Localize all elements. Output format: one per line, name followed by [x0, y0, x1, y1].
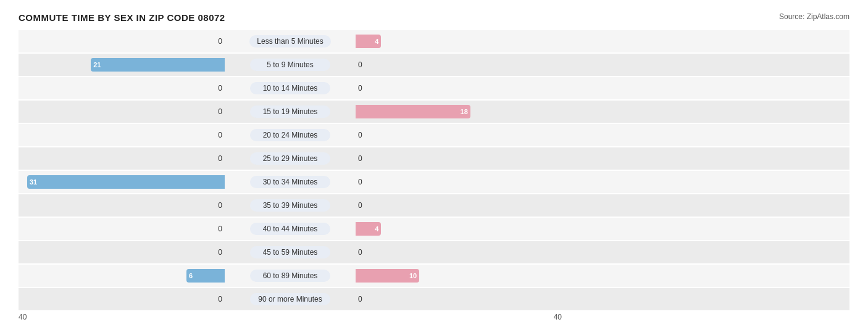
right-section: 0 [352, 295, 562, 303]
female-value-label: 0 [358, 248, 362, 257]
male-bar-container: 0 [19, 84, 225, 93]
female-bar: 18 [356, 105, 470, 118]
bar-row: 035 to 39 Minutes0 [19, 194, 849, 217]
female-bar-container: 4 [356, 35, 562, 48]
male-bar-container: 0 [19, 295, 225, 303]
male-bar: 6 [186, 269, 225, 283]
female-value-label: 0 [358, 84, 362, 93]
female-bar-container: 0 [356, 178, 562, 186]
bar-label: 30 to 34 Minutes [250, 176, 330, 188]
left-section: 0 [19, 131, 228, 139]
left-section: 31 [19, 175, 228, 189]
left-section: 0 [19, 201, 228, 210]
female-value-label: 0 [358, 154, 362, 163]
axis-row: 40 40 [19, 313, 849, 321]
male-bar-container: 0 [19, 201, 225, 210]
male-bar-value: 21 [93, 61, 101, 68]
bar-label: 5 to 9 Minutes [250, 59, 330, 71]
bar-row: 025 to 29 Minutes0 [19, 147, 849, 170]
bar-label: 10 to 14 Minutes [250, 82, 330, 94]
female-bar-value: 10 [409, 272, 417, 279]
axis-left: 40 [19, 313, 228, 321]
left-section: 0 [19, 295, 228, 303]
bar-row: 045 to 59 Minutes0 [19, 241, 849, 263]
label-section: Less than 5 Minutes [228, 35, 352, 47]
male-bar: 21 [91, 58, 225, 72]
bar-label: 25 to 29 Minutes [250, 152, 330, 165]
male-bar-container: 0 [19, 248, 225, 257]
label-section: 25 to 29 Minutes [228, 152, 352, 165]
female-bar-container: 18 [356, 105, 562, 118]
male-value-label: 0 [218, 225, 222, 233]
label-section: 20 to 24 Minutes [228, 129, 352, 141]
male-value-label: 0 [218, 131, 222, 139]
left-section: 0 [19, 37, 228, 46]
right-section: 18 [352, 105, 562, 118]
left-section: 0 [19, 225, 228, 233]
chart-container: COMMUTE TIME BY SEX IN ZIP CODE 08072 So… [19, 12, 849, 322]
bar-label: 20 to 24 Minutes [250, 129, 330, 141]
right-section: 0 [352, 84, 562, 93]
female-bar-container: 0 [356, 295, 562, 303]
bar-row: 020 to 24 Minutes0 [19, 124, 849, 146]
bar-row: 010 to 14 Minutes0 [19, 77, 849, 99]
label-section: 45 to 59 Minutes [228, 246, 352, 258]
left-section: 6 [19, 269, 228, 283]
bar-row: 015 to 19 Minutes18 [19, 101, 849, 123]
female-bar-container: 10 [356, 269, 562, 283]
female-value-label: 0 [358, 295, 362, 303]
left-section: 0 [19, 107, 228, 116]
female-value-label: 0 [358, 131, 362, 139]
left-section: 0 [19, 248, 228, 257]
left-section: 0 [19, 84, 228, 93]
female-bar-value: 4 [375, 38, 378, 45]
bar-row: 040 to 44 Minutes4 [19, 218, 849, 240]
bar-label: Less than 5 Minutes [249, 35, 330, 47]
label-section: 30 to 34 Minutes [228, 176, 352, 188]
male-bar-container: 0 [19, 107, 225, 116]
bar-row: 0Less than 5 Minutes4 [19, 30, 849, 52]
label-section: 35 to 39 Minutes [228, 199, 352, 212]
male-value-label: 0 [218, 84, 222, 93]
right-section: 10 [352, 269, 562, 283]
male-value-label: 0 [218, 154, 222, 163]
right-section: 4 [352, 35, 562, 48]
bar-label: 90 or more Minutes [250, 293, 330, 305]
female-bar-container: 0 [356, 84, 562, 93]
male-bar-container: 0 [19, 131, 225, 139]
axis-left-label: 40 [19, 313, 27, 321]
bar-row: 3130 to 34 Minutes0 [19, 171, 849, 193]
female-bar: 4 [356, 35, 381, 48]
source-text: Source: ZipAtlas.com [779, 12, 849, 21]
bar-label: 40 to 44 Minutes [250, 223, 330, 235]
label-section: 60 to 89 Minutes [228, 270, 352, 282]
bar-row: 215 to 9 Minutes0 [19, 54, 849, 76]
bar-row: 660 to 89 Minutes10 [19, 265, 849, 287]
male-bar-value: 31 [30, 178, 37, 186]
female-bar-container: 0 [356, 60, 562, 69]
chart-area: 0Less than 5 Minutes4215 to 9 Minutes001… [19, 30, 849, 310]
bar-label: 15 to 19 Minutes [250, 105, 330, 118]
male-value-label: 0 [218, 295, 222, 303]
male-bar-container: 0 [19, 225, 225, 233]
female-value-label: 0 [358, 60, 362, 69]
male-bar-container: 21 [19, 58, 225, 72]
right-section: 4 [352, 222, 562, 236]
bar-label: 45 to 59 Minutes [250, 246, 330, 258]
right-section: 0 [352, 201, 562, 210]
bar-label: 35 to 39 Minutes [250, 199, 330, 212]
male-value-label: 0 [218, 248, 222, 257]
female-bar-container: 4 [356, 222, 562, 236]
male-bar-container: 31 [19, 175, 225, 189]
female-bar-container: 0 [356, 131, 562, 139]
right-section: 0 [352, 60, 562, 69]
male-value-label: 0 [218, 201, 222, 210]
female-bar-value: 4 [375, 225, 378, 233]
female-bar-container: 0 [356, 201, 562, 210]
left-section: 0 [19, 154, 228, 163]
right-section: 0 [352, 248, 562, 257]
right-section: 0 [352, 178, 562, 186]
label-section: 15 to 19 Minutes [228, 105, 352, 118]
left-section: 21 [19, 58, 228, 72]
axis-right: 40 [352, 313, 562, 321]
